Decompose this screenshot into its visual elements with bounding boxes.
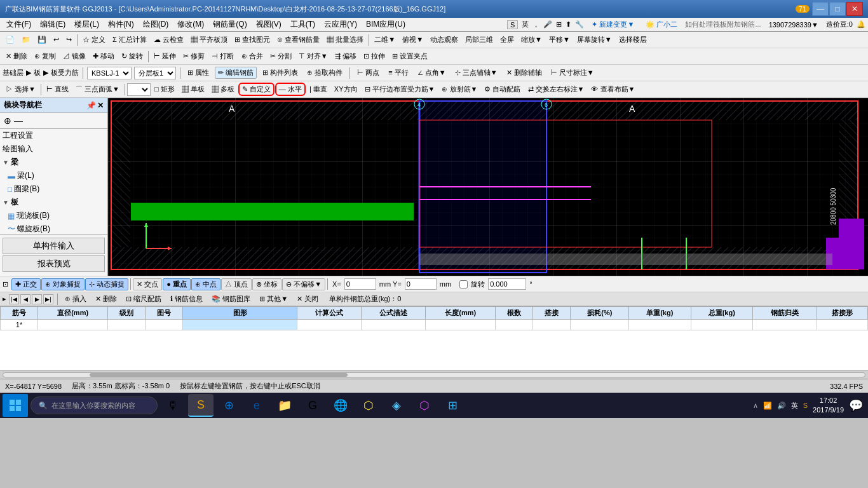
floor-dropdown[interactable]: 分层板1: [134, 67, 176, 79]
rect-btn[interactable]: □ 矩形: [151, 83, 178, 95]
multi-slab-btn[interactable]: ▦ 多板: [208, 83, 238, 95]
select-btn[interactable]: ▷ 选择▼: [3, 83, 39, 95]
type-dropdown[interactable]: KBSLJ-1: [87, 67, 132, 79]
task-app-browser1[interactable]: ⊕: [216, 394, 241, 417]
nav-first-btn[interactable]: |◀: [9, 294, 19, 304]
batch-select-btn[interactable]: ▦ 批量选择: [323, 34, 367, 46]
sidebar-pin-btn[interactable]: 📌: [86, 101, 96, 110]
rotate-screen-btn[interactable]: 屏幕旋转▼: [574, 34, 615, 46]
xy-dir-btn[interactable]: XY方向: [331, 83, 361, 95]
nav-icon[interactable]: ⬆: [566, 20, 571, 29]
2d-btn[interactable]: 二维▼: [371, 34, 398, 46]
ortho-btn[interactable]: ✚ 正交: [11, 278, 41, 290]
close-table-btn[interactable]: ✕ 关闭: [294, 293, 322, 305]
phone-num[interactable]: 13907298339▼: [765, 20, 822, 30]
menu-edit[interactable]: 编辑(E): [36, 18, 69, 31]
menu-file[interactable]: 文件(F): [3, 18, 35, 31]
sidebar-item-spiral-slab[interactable]: 〜 螺旋板(B): [5, 222, 107, 234]
sum-btn[interactable]: Σ 汇总计算: [109, 34, 150, 46]
view-rebar-btn[interactable]: ⊙ 查看钢筋量: [274, 34, 323, 46]
select-floor-btn[interactable]: 选择楼层: [616, 34, 650, 46]
draw-type-dropdown[interactable]: [127, 83, 151, 96]
horizontal-btn[interactable]: — 水平: [275, 83, 306, 96]
property-btn[interactable]: ⊞ 属性: [184, 67, 212, 79]
h-scroll-thumb[interactable]: [90, 373, 348, 377]
nav-next-btn[interactable]: ▶: [32, 294, 42, 304]
vertex-btn[interactable]: △ 顶点: [221, 278, 252, 290]
save-btn[interactable]: 💾: [34, 34, 50, 45]
midpoint-btn[interactable]: ● 重点: [163, 278, 191, 290]
intersect-btn[interactable]: ✕ 交点: [133, 278, 162, 290]
pick-comp-btn[interactable]: ⊕ 拾取构件: [304, 67, 346, 79]
radial-btn[interactable]: ⊕ 放射筋▼: [438, 83, 480, 95]
h-scrollbar[interactable]: [0, 370, 868, 379]
three-point-axis-btn[interactable]: ⊹ 三点辅轴▼: [452, 67, 501, 79]
menu-rebar[interactable]: 钢筋量(Q): [209, 18, 250, 31]
find-elem-btn[interactable]: ⊞ 查找图元: [231, 34, 273, 46]
insert-btn[interactable]: ⊕ 插入: [62, 293, 90, 305]
sidebar-item-project-settings[interactable]: 工程设置: [0, 129, 107, 142]
menu-cloud[interactable]: 云应用(Y): [320, 18, 361, 31]
align-btn[interactable]: ⊤ 对齐▼: [295, 50, 331, 62]
edit-rebar-btn[interactable]: ✏ 编辑钢筋: [215, 67, 257, 79]
undo-btn[interactable]: ↩: [50, 34, 62, 45]
notifications-btn[interactable]: 💬: [849, 398, 863, 412]
auto-config-btn[interactable]: ⚙ 自动配筋: [481, 83, 524, 95]
move-btn[interactable]: ✚ 移动: [90, 50, 118, 62]
no-offset-btn[interactable]: ⊖ 不偏移▼: [282, 278, 325, 290]
others-btn[interactable]: ⊞ 其他▼: [256, 293, 291, 305]
trim-btn[interactable]: ✂ 修剪: [180, 50, 208, 62]
view-layout-btn[interactable]: 👁 查看布筋▼: [588, 83, 638, 95]
parallel-edge-btn[interactable]: ⊟ 平行边布置受力筋▼: [362, 83, 438, 95]
rebar-lib-btn[interactable]: 📚 钢筋图库: [208, 293, 254, 305]
mic-icon[interactable]: 🎤: [543, 20, 552, 29]
new-change-btn[interactable]: ✦ 新建变更▼: [588, 18, 638, 30]
arc-btn[interactable]: ⌒ 三点面弧▼: [72, 83, 123, 95]
sidebar-item-beam[interactable]: ▬ 梁(L): [5, 169, 107, 182]
scale-rebar-btn[interactable]: ⊡ 缩尺配筋: [123, 293, 165, 305]
single-slab-btn[interactable]: ▦ 单板: [179, 83, 208, 95]
task-app-globe[interactable]: 🌐: [328, 394, 353, 417]
extend-btn[interactable]: ⊢ 延伸: [151, 50, 179, 62]
x-input[interactable]: [344, 278, 376, 290]
task-app-chrome[interactable]: G: [300, 394, 325, 417]
maximize-button[interactable]: □: [829, 2, 846, 16]
tool-icon[interactable]: 🔧: [575, 20, 584, 29]
merge-btn[interactable]: ⊕ 合并: [238, 50, 266, 62]
task-app-app2[interactable]: ◈: [384, 394, 409, 417]
task-app-app4[interactable]: ⊞: [440, 394, 465, 417]
grid-icon[interactable]: ⊞: [556, 20, 562, 29]
tray-up-arrow[interactable]: ∧: [753, 402, 758, 410]
new-btn[interactable]: 📄: [3, 34, 18, 45]
fullscreen-btn[interactable]: 全屏: [497, 34, 517, 46]
table-collapse-icon[interactable]: ▸: [3, 295, 6, 303]
nav-last-btn[interactable]: ▶|: [43, 294, 53, 304]
stretch-btn[interactable]: ⊡ 拉伸: [360, 50, 388, 62]
vertical-btn[interactable]: | 垂直: [306, 83, 330, 95]
top-view-btn[interactable]: 俯视▼: [399, 34, 426, 46]
line-btn[interactable]: ⊢ 直线: [43, 83, 72, 95]
guangda-btn[interactable]: 🌟 广小二: [642, 18, 681, 30]
align-top-btn[interactable]: ▦ 平齐板顶: [187, 34, 231, 46]
parallel-btn[interactable]: ≡ 平行: [385, 67, 411, 79]
single-elem-input-btn[interactable]: 单构件输入: [3, 238, 105, 254]
point-angle-btn[interactable]: ∠ 点角▼: [414, 67, 449, 79]
del-axis-btn[interactable]: ✕ 删除辅轴: [503, 67, 545, 79]
zoom-btn[interactable]: 缩放▼: [518, 34, 545, 46]
swap-lr-btn[interactable]: ⇄ 交换左右标注▼: [525, 83, 588, 95]
nav-prev-btn[interactable]: ◀: [20, 294, 31, 304]
sidebar-group-slab[interactable]: ▼ 板: [0, 196, 107, 209]
task-app-cortana[interactable]: 🎙: [160, 394, 186, 417]
rotate-btn[interactable]: ↻ 旋转: [118, 50, 146, 62]
expand-icon[interactable]: ⊡: [3, 280, 8, 288]
cloud-check-btn[interactable]: ☁ 云检查: [151, 34, 187, 46]
offset-btn[interactable]: ⇶ 偏移: [332, 50, 360, 62]
dynamic-view-btn[interactable]: 动态观察: [427, 34, 461, 46]
task-app-app3[interactable]: ⬡: [412, 394, 437, 417]
sidebar-minus-icon[interactable]: —: [14, 116, 23, 126]
redo-btn[interactable]: ↪: [63, 34, 75, 45]
table-del-btn[interactable]: ✕ 删除: [92, 293, 120, 305]
canvas-area[interactable]: A A 2 20800 50300 4 6: [108, 98, 868, 276]
sidebar-item-drawing-input[interactable]: 绘图输入: [0, 142, 107, 156]
menu-draw[interactable]: 绘图(D): [139, 18, 173, 31]
